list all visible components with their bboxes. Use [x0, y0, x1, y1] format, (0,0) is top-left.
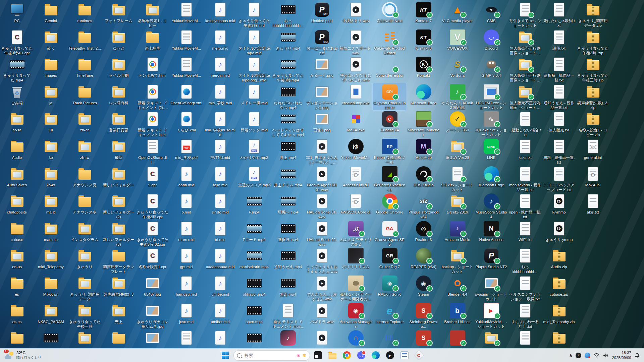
desktop-icon-midi[interactable]: ♪ mid_学校muse.mid	[203, 110, 237, 138]
desktop-icon-midi[interactable]: ♪ b.mid	[169, 192, 203, 220]
desktop-icon-folder[interactable]: Audio	[0, 138, 34, 165]
desktop-icon-mp4[interactable]: 通知うぜえ.mp4	[271, 247, 305, 275]
desktop-icon-cpr[interactable]: C きゅうり食ってた午後3時.cpr	[136, 192, 169, 220]
desktop-icon-zip[interactable]: midi_Telepathy.zip	[542, 302, 576, 329]
desktop-icon-gimp[interactable]: ✓ GIMP 3.0.4	[474, 56, 508, 83]
desktop-icon-folder-media[interactable]: ✓ airset2-2019	[440, 192, 474, 220]
desktop-icon-folder-media[interactable]: en-us	[0, 247, 34, 275]
desktop-icon-folder-media[interactable]: 営業日変更	[102, 110, 136, 138]
desktop-icon-doc[interactable]: おっ hhhhhhhhhhh...	[508, 247, 542, 275]
desktop-icon-image[interactable]: 画像1.png	[305, 110, 339, 138]
desktop-icon-aitalk[interactable]: ♪✓ かんたん！ AITalk 3 関西風	[440, 83, 474, 111]
desktop-icon-cakewalknext[interactable]: ✓ Cakewalk Next	[373, 1, 407, 28]
desktop-icon-doc[interactable]: 無題 - 親作品一覧.txt	[542, 138, 576, 165]
desktop-icon-cpr[interactable]: C 9.cpr	[136, 165, 169, 193]
desktop-icon-doc[interactable]: akis.txt	[576, 192, 610, 220]
desktop-icon-chrome[interactable]: ✓ Google Chrome	[373, 192, 407, 220]
desktop[interactable]: PC Gemini runtimes フォトフレーム 名称未設定1 - コピー …	[0, 0, 644, 362]
desktop-icon-mp3[interactable]: ♪MP3 無題のスコア.mp3	[237, 165, 271, 193]
desktop-icon-folder-media[interactable]: レジ袋有料	[102, 83, 136, 111]
desktop-icon-mp4[interactable]: ohhayo-.mp4	[237, 275, 271, 302]
desktop-icon-folder[interactable]: es-es	[0, 302, 34, 329]
volume-icon[interactable]	[603, 353, 608, 358]
desktop-icon-folder[interactable]: cubase	[0, 220, 34, 247]
desktop-icon-midi[interactable]: ♪ mid_学校.mid	[203, 83, 237, 111]
desktop-icon-image[interactable]: プレゼンテーション1.png	[305, 83, 339, 111]
desktop-icon-midi[interactable]: ♪ jusu.mid	[169, 302, 203, 329]
desktop-icon-image[interactable]: ✓ syasinn - ショートカット	[474, 275, 508, 302]
desktop-icon-guitarrig[interactable]: GR✓ Guitar Rig 7	[373, 247, 407, 275]
desktop-icon-voisona[interactable]: S✓ VoiSona	[440, 56, 474, 83]
desktop-icon-yukkurisc[interactable]: ▶✓ YukkuriMovieM... - ショートカット	[474, 302, 508, 329]
desktop-icon-midi[interactable]: ♪ rajio.mid	[203, 165, 237, 193]
desktop-icon-folder-media[interactable]: ko	[34, 138, 68, 165]
desktop-icon-dll[interactable]: ⚙ AWSSDK.Core.dll	[339, 192, 373, 220]
desktop-icon-image[interactable]: かるーく.png	[305, 56, 339, 83]
desktop-icon-steam[interactable]: ◉✓ Steam	[407, 275, 440, 302]
desktop-icon-folder-media[interactable]: ko-kr	[34, 165, 68, 193]
desktop-icon-doc[interactable]: OpenCvSharp.dll...	[136, 138, 169, 165]
desktop-icon-mp4-thumb[interactable]: きゅうり.mp4	[271, 28, 305, 56]
desktop-icon-midi[interactable]: ♪ hamusu.mid	[169, 275, 203, 302]
taskbar-app-cubase[interactable]: C	[413, 349, 425, 361]
desktop-icon-midi[interactable]: ♪ dram.mid	[169, 220, 203, 247]
tray-sync-icon[interactable]	[585, 353, 590, 358]
desktop-icon-wav[interactable]: ▶ Groove Agent SE 01.wav	[305, 165, 339, 193]
taskbar-app-notes[interactable]	[398, 349, 411, 361]
desktop-icon-folder-media[interactable]: 新しいフォルダー (2)	[102, 192, 136, 220]
desktop-icon-dll[interactable]: ⚙ Accessibility.dll	[339, 165, 373, 193]
desktop-icon-ymmp[interactable]: ゆ F.ymmp	[542, 192, 576, 220]
desktop-icon-halion[interactable]: ◈✓ HALion Sonic	[373, 275, 407, 302]
taskbar-app-chrome[interactable]	[341, 349, 353, 361]
desktop-icon-exe[interactable]: createdump.exe	[339, 83, 373, 111]
taskbar-app-media-player[interactable]: ▶	[384, 349, 396, 361]
desktop-icon-mp4[interactable]: おっ hhhhhhhhhhhhh...	[271, 1, 305, 28]
desktop-icon-midi[interactable]: ♪ タイトル未設定.tempo.mid	[237, 28, 271, 56]
desktop-icon-mp4-thumb[interactable]: F.mp4	[237, 192, 271, 220]
desktop-icon-edge[interactable]: ✓ Microsoft Edge	[474, 165, 508, 193]
desktop-icon-folder-media[interactable]: NKSC_PARAM	[34, 302, 68, 329]
desktop-icon-zip[interactable]: きゅうり食ってた午後3時 .zip	[576, 28, 610, 56]
desktop-icon-polyr[interactable]: ✓ ポリリリリズム	[339, 247, 373, 275]
desktop-icon-midi[interactable]: ♪ きゅうり食ってた午後3時.mid	[237, 1, 271, 28]
desktop-icon-folder-media[interactable]: インスタグラム	[68, 220, 102, 247]
desktop-icon-folder-media[interactable]: id-id	[34, 28, 68, 56]
desktop-icon-doc[interactable]: ✓ 万引きメモ.txt - ショートカット	[508, 1, 542, 28]
desktop-icon-folder-media[interactable]: ✓ 無人販売不正行為画像 - ショートカット	[508, 56, 542, 83]
desktop-icon-zip[interactable]: 名称未設定1 - コピー.zip	[576, 110, 610, 138]
desktop-icon-midi[interactable]: ♪ メドレー風.mid	[237, 83, 271, 111]
desktop-icon-midi[interactable]: ♪ タイトル未設定.tempo.orig1.mid	[237, 56, 271, 83]
desktop-icon-folder-media[interactable]: ラベル印刷	[102, 56, 136, 83]
wifi-icon[interactable]	[594, 353, 599, 358]
desktop-icon-cakewalkpc[interactable]: ✓ Cakewalk Product Center	[373, 28, 407, 56]
desktop-icon-crypton[interactable]: CPI✓ Crypton Product Installer	[373, 83, 407, 111]
tray-overflow-chevron-icon[interactable]: ∧	[569, 353, 573, 358]
desktop-icon-folder[interactable]: Gemini	[34, 1, 68, 28]
desktop-icon-folder-media[interactable]: ja	[34, 83, 68, 111]
desktop-icon-pc[interactable]: PC	[0, 1, 34, 28]
desktop-icon-folder-media[interactable]: 調声練習(失敗)_3	[102, 275, 136, 302]
desktop-icon-hddfmt[interactable]: ✓ HDDFMT.exe - ショートカット	[474, 83, 508, 111]
desktop-icon-folder-media[interactable]: malib	[34, 192, 68, 220]
desktop-icon-doc[interactable]: 通知うぜえ - 親作品一覧.txt	[542, 83, 576, 111]
desktop-icon-folder[interactable]: Track Pictures	[68, 83, 102, 111]
desktop-icon-midi[interactable]: ♪ umibe.mid	[203, 275, 237, 302]
search-input[interactable]	[244, 353, 294, 358]
desktop-icon-midi[interactable]: ♪ PVTNd.mid	[203, 138, 237, 165]
start-button[interactable]	[219, 349, 231, 361]
desktop-icon-kontakt[interactable]: KT✓ Kontakt 7	[407, 1, 440, 28]
desktop-icon-wav[interactable]: ▶ 答え知っててもむずいわこれ.wav	[339, 56, 373, 83]
desktop-icon-discord[interactable]: ◡✓ Discord	[474, 28, 508, 56]
desktop-icon-doc[interactable]: manisekarin - 親作品一覧.txt	[508, 165, 542, 193]
desktop-icon-doc[interactable]: YukkuriMovieM...	[169, 56, 203, 83]
desktop-icon-folder-media[interactable]: 売上	[102, 302, 136, 329]
desktop-icon-folder-media[interactable]: chatgpt-site	[0, 192, 34, 220]
desktop-icon-vlc[interactable]: ▲✓ VLC media player	[440, 1, 474, 28]
desktop-icon-folder-media[interactable]: ✓ 筆まめ Ver.28	[440, 138, 474, 165]
desktop-icon-epson[interactable]: EP✓ Epson 接続診断ツール	[373, 138, 407, 165]
desktop-icon-mp4[interactable]: 無題.mp4	[271, 275, 305, 302]
desktop-icon-doc[interactable]: YukkuriMovieM...	[169, 28, 203, 56]
desktop-icon-voicevox[interactable]: V✓ VOICEVOX	[440, 28, 474, 56]
desktop-icon-mp4[interactable]: open.mp4	[237, 302, 271, 329]
taskbar-clock[interactable]: 18:37 2025/09/09	[612, 350, 631, 360]
